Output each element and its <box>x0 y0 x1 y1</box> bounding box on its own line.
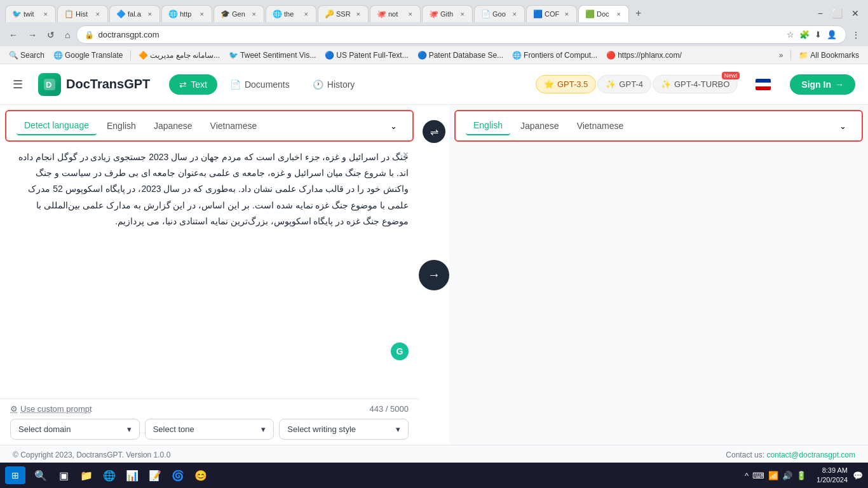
tab-favicon-http: 🌐 <box>168 10 177 18</box>
model-selector: ⭐ GPT-3.5 ✨ GPT-4 ✨ GPT-4-TURBO New! <box>536 75 738 93</box>
taskbar-task-view[interactable]: ▣ <box>53 466 74 484</box>
translate-button[interactable]: → <box>419 260 449 290</box>
tab-title-gen: Gen <box>232 10 248 18</box>
tray-keyboard-icon[interactable]: ⌨ <box>752 471 764 480</box>
taskbar-app2[interactable]: 😊 <box>191 466 211 484</box>
source-detect-option[interactable]: Detect language <box>17 116 97 135</box>
bookmark-tweet[interactable]: 🐦 Tweet Sentiment Vis... <box>225 50 320 61</box>
tab-text[interactable]: ⇄ Text <box>169 74 217 95</box>
forward-button[interactable]: → <box>24 27 41 43</box>
grammarly-button[interactable]: G <box>391 342 409 360</box>
tab-documents[interactable]: 📄 Documents <box>220 74 300 95</box>
tab-twit[interactable]: 🐦 twit × <box>5 5 56 22</box>
tab-close-gen[interactable]: × <box>251 10 257 18</box>
tab-ssr[interactable]: 🔑 SSR × <box>318 5 369 22</box>
taskbar-edge[interactable]: 🌀 <box>168 466 188 484</box>
tab-close-http[interactable]: × <box>199 10 205 18</box>
hamburger-icon[interactable]: ☰ <box>13 78 23 92</box>
custom-prompt-link[interactable]: ⚙ Use custom prompt <box>10 404 92 414</box>
bookmark-samane[interactable]: 🔶 سامانه جامع مدیریت... <box>135 50 224 61</box>
taskbar-word[interactable]: 📝 <box>145 466 165 484</box>
source-japanese-option[interactable]: Japanese <box>146 117 200 135</box>
start-button[interactable]: ⊞ <box>5 466 25 484</box>
gpt4turbo-button[interactable]: ✨ GPT-4-TURBO New! <box>653 75 738 93</box>
taskbar-clock[interactable]: 8:39 AM 1/20/2024 <box>817 466 848 485</box>
tray-battery-icon[interactable]: 🔋 <box>796 471 806 480</box>
home-button[interactable]: ⌂ <box>61 27 74 43</box>
bookmark-frontiers-icon: 🌐 <box>512 51 522 60</box>
close-browser-button[interactable]: ✕ <box>849 6 862 21</box>
source-lang-dropdown[interactable]: ⌄ <box>385 119 402 133</box>
tray-expand-icon[interactable]: ^ <box>745 471 749 480</box>
tab-close-gith[interactable]: × <box>459 10 466 18</box>
taskbar-explorer[interactable]: 📁 <box>76 466 97 484</box>
extension-button[interactable]: 🧩 <box>798 29 811 41</box>
target-text-area <box>449 142 868 445</box>
source-english-option[interactable]: English <box>99 117 144 135</box>
tab-goo[interactable]: 📄 Goo × <box>474 5 525 22</box>
tab-hist[interactable]: 📋 Hist × <box>57 5 108 22</box>
bookmark-search[interactable]: 🔍 Search <box>5 50 48 61</box>
taskbar-excel[interactable]: 📊 <box>122 466 142 484</box>
bookmark-frontiers[interactable]: 🌐 Frontiers of Comput... <box>508 50 601 61</box>
source-vietnamese-option[interactable]: Vietnamese <box>203 117 265 135</box>
tone-dropdown[interactable]: Select tone ▾ <box>145 419 275 440</box>
tab-cof[interactable]: 🟦 COF × <box>526 5 577 22</box>
bookmarks-bar: 🔍 Search 🌐 Google Translate 🔶 سامانه جام… <box>0 46 868 64</box>
sign-in-button[interactable]: Sign In → <box>790 74 855 95</box>
tab-close-doc[interactable]: × <box>616 10 622 18</box>
bookmark-star-button[interactable]: ☆ <box>785 29 796 41</box>
tab-close-fala[interactable]: × <box>147 10 153 18</box>
tray-network-icon[interactable]: 📶 <box>768 471 778 480</box>
bookmark-phlanx[interactable]: 🔴 https://phlanx.com/ <box>602 50 686 61</box>
bookmark-all[interactable]: 📁 All Bookmarks <box>795 50 863 61</box>
source-text-area[interactable]: × جنگ در اسرائیل و غزه، جزء اخباری است ک… <box>0 142 419 398</box>
tray-volume-icon[interactable]: 🔊 <box>782 471 792 480</box>
target-japanese-option[interactable]: Japanese <box>513 117 567 135</box>
tab-fala[interactable]: 🔷 fal.a × <box>109 5 160 22</box>
tab-title-not: not <box>388 10 405 18</box>
target-english-option[interactable]: English <box>466 116 510 135</box>
tab-close-not[interactable]: × <box>407 10 414 18</box>
language-flag[interactable] <box>756 79 771 90</box>
menu-button[interactable]: ⋮ <box>849 27 863 43</box>
minimize-button[interactable]: − <box>815 6 825 21</box>
contact-email[interactable]: contact@doctransgpt.com <box>766 451 855 459</box>
bookmark-translate[interactable]: 🌐 Google Translate <box>50 50 126 61</box>
tab-history[interactable]: 🕐 History <box>302 74 365 95</box>
clear-text-button[interactable]: × <box>403 149 409 161</box>
style-dropdown[interactable]: Select writing style ▾ <box>279 419 409 440</box>
gpt35-button[interactable]: ⭐ GPT-3.5 <box>536 75 596 93</box>
tab-http[interactable]: 🌐 http × <box>161 5 212 22</box>
notifications-icon[interactable]: 💬 <box>853 471 863 480</box>
taskbar-search[interactable]: 🔍 <box>31 466 51 484</box>
tab-close-twit[interactable]: × <box>43 10 49 18</box>
bookmark-patent-db[interactable]: 🔵 Patent Database Se... <box>414 50 507 61</box>
address-box[interactable]: 🔒 doctransgpt.com ☆ 🧩 ⬇ 👤 <box>76 25 846 44</box>
tab-doc[interactable]: 🟩 Doc × <box>578 5 629 22</box>
tab-close-hist[interactable]: × <box>95 10 101 18</box>
download-button[interactable]: ⬇ <box>813 29 823 41</box>
target-vietnamese-option[interactable]: Vietnamese <box>569 117 632 135</box>
tab-close-cof[interactable]: × <box>564 10 570 18</box>
reload-button[interactable]: ↺ <box>43 27 58 43</box>
tab-close-goo[interactable]: × <box>512 10 518 18</box>
new-tab-button[interactable]: + <box>630 5 646 22</box>
profile-button[interactable]: 👤 <box>825 29 838 41</box>
tab-close-the[interactable]: × <box>303 10 309 18</box>
tab-gen[interactable]: 🎓 Gen × <box>214 5 264 22</box>
bookmark-patent[interactable]: 🔵 US Patent Full-Text... <box>321 50 412 61</box>
tab-the[interactable]: 🌐 the × <box>266 5 316 22</box>
tab-not[interactable]: 🐙 not × <box>370 5 421 22</box>
target-lang-dropdown[interactable]: ⌄ <box>834 119 851 133</box>
domain-dropdown[interactable]: Select domain ▾ <box>10 419 140 440</box>
tab-gith[interactable]: 🐙 Gith × <box>422 5 473 22</box>
bookmark-tweet-icon: 🐦 <box>229 51 238 60</box>
taskbar-chrome[interactable]: 🌐 <box>99 466 119 484</box>
tab-close-ssr[interactable]: × <box>355 10 362 18</box>
back-button[interactable]: ← <box>5 27 22 43</box>
swap-language-button[interactable]: ⇌ <box>423 120 445 143</box>
maximize-button[interactable]: ⬜ <box>829 6 845 21</box>
bookmarks-more-button[interactable]: » <box>775 50 787 61</box>
gpt4-button[interactable]: ✨ GPT-4 <box>597 75 651 93</box>
